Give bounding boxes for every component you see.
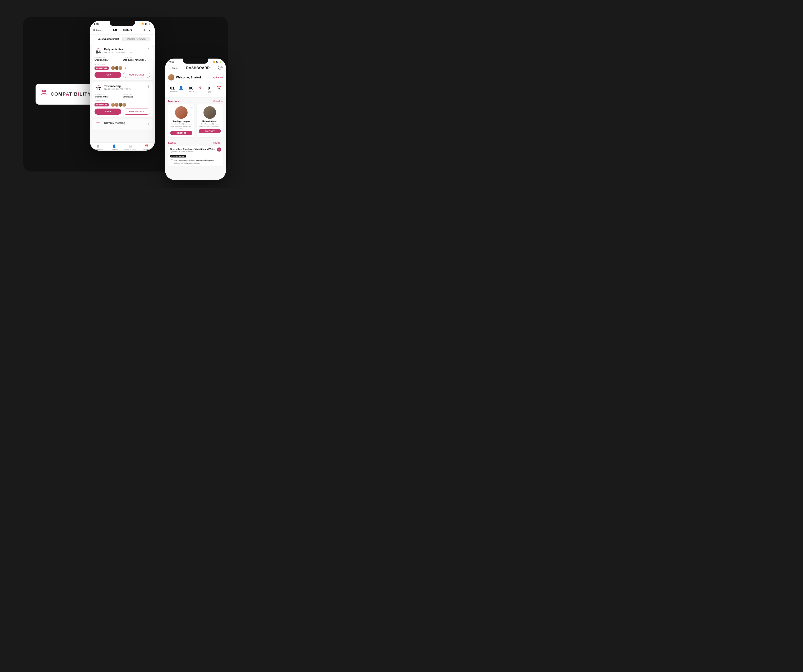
stat-icon-meetings: 📅: [216, 86, 221, 90]
dashboard-menu-button[interactable]: ☰ Menu: [169, 67, 178, 70]
goal-checkbox-1[interactable]: [170, 159, 173, 162]
goals-icon-left: ☑: [129, 144, 132, 148]
stat-card-meetings: 0 📅 Upco...Meeti...: [206, 84, 223, 95]
mentee-doc-icon-1[interactable]: 📄: [190, 106, 193, 109]
wifi-icon-right: 📶: [213, 61, 215, 63]
battery-icon-right: 🔋: [219, 61, 222, 63]
goal-badge-1: PROGRAM GOAL: [170, 155, 186, 158]
mentee-matched-1: Matched Since: November, 2021: [170, 125, 192, 129]
mentee-avatar-2: [203, 106, 216, 119]
svg-line-3: [45, 94, 45, 96]
attending-label-1: ATTENDING: [94, 63, 150, 65]
my-report-link[interactable]: My Report: [213, 76, 223, 79]
goals-section-title: Goals: [168, 142, 176, 145]
tab-review[interactable]: Meeting Review(s): [122, 37, 151, 41]
meeting-datetime-1: Mar 04 2022, 12:30 PM - 1:30 PM: [104, 51, 145, 53]
status-time-left: 6:03: [94, 23, 99, 26]
organizer-label-2: ORGANIZER: [94, 93, 122, 95]
contact-button-1[interactable]: CONTACT: [170, 131, 192, 135]
svg-point-0: [42, 90, 44, 92]
meeting-dots-1[interactable]: ⋮: [147, 48, 150, 52]
avatar-5: [115, 103, 119, 107]
tab-switches: Upcoming Meeting(s) Meeting Review(s): [94, 37, 151, 41]
nav-goals-left[interactable]: ☑ Goals & Notes: [122, 144, 139, 151]
goal-plus-button[interactable]: +: [217, 148, 221, 151]
nav-mentees-left[interactable]: 👤 Mentees: [106, 144, 122, 151]
avatar-2: [115, 66, 119, 70]
mentees-view-all[interactable]: View all →: [213, 100, 223, 103]
meeting-meta-1: ORGANIZER Shaikul Akbar LOCATION Star bu…: [94, 57, 150, 61]
avatar-1: [111, 66, 115, 70]
nav-label-goals-left: Goals & Notes: [124, 149, 137, 151]
welcome-left: Welcome, Shaikul: [168, 74, 201, 81]
signal-label: 4G: [145, 23, 148, 25]
view-details-button-1[interactable]: VIEW DETAILS: [123, 72, 150, 78]
goal-task-dots-1[interactable]: ⋮: [218, 159, 221, 163]
meeting-dots-2[interactable]: ⋮: [147, 85, 150, 88]
tab-upcoming[interactable]: Upcoming Meeting(s): [94, 37, 122, 41]
stat-card-requests: 06 ✈ Request(s): [187, 84, 204, 95]
mentee-email-1: demo3.mentee3@comp.com: [171, 123, 192, 125]
meeting-buttons-2: RSVP VIEW DETAILS: [94, 109, 150, 115]
badge-1: SCHEDULED: [94, 67, 109, 70]
welcome-row: Welcome, Shaikul My Report: [165, 72, 226, 82]
organizer-label-1: ORGANIZER: [94, 57, 122, 59]
meeting-dots-3[interactable]: ⋮: [147, 121, 150, 125]
welcome-avatar: [168, 74, 174, 81]
dashboard-chat-icon[interactable]: 💬: [218, 66, 223, 70]
menu-button[interactable]: ☰ ≡ Menu Menu: [93, 29, 102, 32]
menu-icon: ☰: [93, 29, 95, 32]
avatar-4: [111, 103, 115, 107]
bottom-nav-left: ⊞ Dashboard 👤 Mentees ☑ Goals & Notes 📅 …: [90, 142, 155, 151]
mentees-row: 📄 Santiago Vargas demo3.mentee3@comp.com…: [165, 104, 226, 139]
stat-num-meetings: 0: [208, 86, 210, 91]
view-details-button-2[interactable]: VIEW DETAILS: [123, 109, 150, 115]
status-icons-left: 📶 4G 🔋: [141, 23, 151, 25]
stat-label-mentees: Mentee(s): [170, 91, 177, 93]
mentee-name-1: Santiago Vargas: [172, 120, 190, 122]
goal-task-1: Mentee to attend at least one Networking…: [170, 159, 221, 164]
stat-label-meetings: Upco...Meeti...: [208, 91, 213, 93]
dashboard-header-title: DASHBOARD: [186, 66, 210, 70]
date-num-1: 04: [96, 50, 101, 54]
logo-icon: [39, 89, 49, 99]
status-icons-right: 📶 4G 🔋: [213, 61, 222, 63]
meeting-meta-2: ORGANIZER Shaikul Akbar LOCATION WhatsAp…: [94, 93, 150, 98]
rsvp-button-1[interactable]: RSVP: [94, 72, 121, 78]
dashboard-icon-left: ⊞: [97, 144, 99, 148]
location-value-1: Star bucks, Alwarpet, ...: [123, 59, 150, 61]
attending-label-2: ATTENDING: [94, 100, 150, 102]
phone-meetings: 6:03 📶 4G 🔋 ☰ ≡ Menu Menu MEETINGS + ⋮: [90, 21, 155, 151]
phone-notch-left: [110, 21, 135, 26]
stat-icon-mentees: 👤: [179, 86, 184, 90]
add-button[interactable]: +: [143, 28, 146, 33]
goals-view-all[interactable]: View all →: [213, 142, 223, 144]
dashboard-menu-text: Menu: [172, 67, 178, 69]
meeting-info-2: Test meeting Mar 17 2022, 6:30 PM - 7:30…: [104, 85, 145, 90]
stat-icon-requests: ✈: [199, 86, 202, 90]
avatar-count-1: +2: [124, 67, 126, 69]
avatar-7: [122, 103, 126, 107]
dashboard-header: ☰ Menu DASHBOARD 💬: [165, 64, 226, 72]
meeting-buttons-1: RSVP VIEW DETAILS: [94, 72, 150, 78]
status-time-right: 6:03: [169, 60, 174, 63]
dashboard-menu-icon: ☰: [169, 67, 171, 70]
scene: COMPATIBILITY 6:03 📶 4G 🔋 ☰ ≡ Menu Menu …: [10, 8, 241, 180]
logo-text: COMPATIBILITY: [50, 91, 91, 97]
rsvp-button-2[interactable]: RSVP: [94, 109, 121, 115]
location-value-2: WhatsApp: [123, 96, 150, 98]
phone-notch-right: [183, 59, 208, 63]
meeting-datetime-2: Mar 17 2022, 6:30 PM - 7:30 PM: [104, 88, 145, 90]
stat-num-requests: 06: [189, 86, 193, 91]
meetings-header: ☰ ≡ Menu Menu MEETINGS + ⋮: [90, 26, 155, 34]
meeting-info-3: Dummy meeting: [104, 121, 145, 125]
meeting-info-1: Daily activities Mar 04 2022, 12:30 PM -…: [104, 48, 145, 53]
stats-row: 01 👤 Mentee(s) 06 ✈ Request(s) 0 📅 Upco.…: [165, 82, 226, 98]
contact-button-2[interactable]: CONTACT: [199, 129, 221, 133]
dashboard-content: Welcome, Shaikul My Report 01 👤 Mentee(s…: [165, 72, 226, 180]
goal-task-text-1: Mentee to attend at least one Networking…: [174, 159, 217, 164]
more-button[interactable]: ⋮: [148, 28, 151, 33]
mentees-section-title: Mentees: [168, 100, 179, 103]
location-label-1: LOCATION: [123, 57, 150, 59]
mentee-email-2: demo3.mentee3@comp: [201, 123, 219, 125]
